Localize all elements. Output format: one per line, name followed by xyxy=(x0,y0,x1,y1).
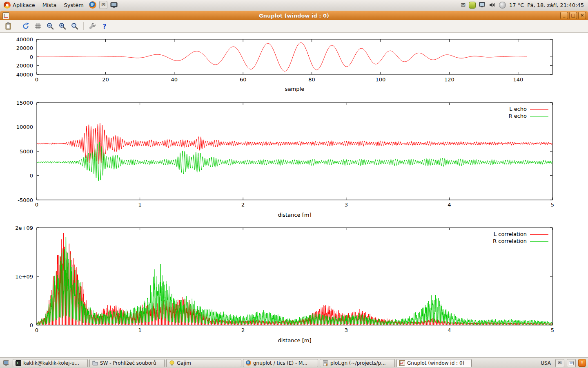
svg-text:10000: 10000 xyxy=(16,124,33,130)
taskbar-button-gnuplot[interactable]: Gnuplot (window id : 0) xyxy=(396,359,472,367)
firefox-launcher[interactable] xyxy=(87,0,98,10)
svg-text:2: 2 xyxy=(241,327,245,333)
maximize-button[interactable]: □ xyxy=(569,12,577,19)
show-desktop-button[interactable] xyxy=(2,359,11,367)
taskbar-button-file-manager[interactable]: SW - Prohlížeč souborů xyxy=(89,359,165,367)
volume-icon[interactable] xyxy=(489,2,496,8)
temperature-readout[interactable]: 17 °C xyxy=(509,2,524,8)
taskbar-button-gajim[interactable]: Gajim xyxy=(166,359,241,367)
svg-text:-40000: -40000 xyxy=(14,72,33,78)
grid-icon xyxy=(34,22,42,30)
taskbar-button-terminal[interactable]: kaklik@kaklik-kolej-u... xyxy=(13,359,88,367)
update-notifier-icon[interactable]: ! xyxy=(578,359,586,367)
svg-text:sample: sample xyxy=(285,86,304,92)
mail-compose-icon: ✉ xyxy=(99,1,107,9)
taskbar-button-label: Gnuplot (window id : 0) xyxy=(407,360,464,366)
svg-text:5000: 5000 xyxy=(20,148,33,155)
svg-text:15000: 15000 xyxy=(16,100,33,106)
taskbar-button-editor[interactable]: plot.gn (~/projects/p... xyxy=(320,359,395,367)
desktop: Aplikace Místa Systém ✉ ✉ xyxy=(0,0,588,368)
svg-text:1: 1 xyxy=(138,327,141,333)
svg-text:0: 0 xyxy=(30,322,33,328)
keyboard-layout-indicator[interactable]: USA xyxy=(539,360,553,366)
mail-launcher[interactable]: ✉ xyxy=(98,0,109,10)
taskbar-button-label: Gajim xyxy=(177,360,191,366)
svg-text:20: 20 xyxy=(102,76,109,83)
chart-correlation[interactable]: 01234501e+092e+09distance [m]L correlati… xyxy=(0,224,588,347)
replot-button[interactable] xyxy=(20,21,31,31)
gnuplot-window-titlebar[interactable]: Gnuplot (window id : 0) _ □ × xyxy=(0,11,588,20)
svg-text:2: 2 xyxy=(241,202,245,208)
screenshot-tool-icon xyxy=(110,2,118,8)
chart-echo[interactable]: 012345-5000050001000015000distance [m]L … xyxy=(0,99,588,222)
svg-text:40: 40 xyxy=(171,76,178,83)
svg-text:20000: 20000 xyxy=(16,45,33,51)
help-icon: ? xyxy=(102,22,106,30)
svg-text:100: 100 xyxy=(376,76,386,83)
copy-to-clipboard-button[interactable] xyxy=(2,21,14,31)
svg-text:L correlation: L correlation xyxy=(494,231,527,237)
help-button[interactable]: ? xyxy=(99,21,110,31)
svg-text:5: 5 xyxy=(551,202,554,208)
menu-applications-label: Aplikace xyxy=(13,2,35,8)
svg-text:60: 60 xyxy=(240,76,247,83)
svg-text:-5000: -5000 xyxy=(18,197,33,203)
gajim-icon xyxy=(169,360,175,366)
svg-text:1: 1 xyxy=(138,202,141,208)
toolbar-separator xyxy=(83,22,84,30)
close-button[interactable]: × xyxy=(578,12,586,19)
input-method-glyph xyxy=(569,361,574,365)
toggle-grid-button[interactable] xyxy=(32,21,44,31)
zoom-previous-icon xyxy=(46,22,54,30)
taskbar-button-label: plot.gn (~/projects/p... xyxy=(330,360,386,366)
menu-system[interactable]: Systém xyxy=(60,0,87,10)
clock[interactable]: Pá, 18. září, 21:40:45 xyxy=(527,2,584,8)
svg-text:4: 4 xyxy=(448,327,451,333)
svg-text:120: 120 xyxy=(444,76,454,83)
zoom-previous-button[interactable] xyxy=(45,21,56,31)
file-manager-icon xyxy=(92,360,98,366)
taskbar-button-firefox[interactable]: gnuplot / tics (E) - M... xyxy=(243,359,318,367)
svg-text:0: 0 xyxy=(30,173,33,179)
gnuplot-toolbar: ? xyxy=(0,20,588,33)
svg-text:5: 5 xyxy=(551,327,554,333)
svg-text:80: 80 xyxy=(308,76,315,83)
toolbar-separator xyxy=(17,22,17,30)
screenshot-launcher[interactable] xyxy=(109,0,119,10)
taskbar-button-label: SW - Prohlížeč souborů xyxy=(100,360,156,366)
taskbar-button-label: gnuplot / tics (E) - M... xyxy=(253,360,307,366)
menu-applications[interactable]: Aplikace xyxy=(0,0,39,10)
svg-text:distance [m]: distance [m] xyxy=(278,337,311,343)
svg-text:140: 140 xyxy=(513,76,523,83)
input-method-icon[interactable] xyxy=(567,359,576,367)
svg-text:0: 0 xyxy=(30,54,33,60)
text-editor-icon xyxy=(323,360,328,366)
mail-icon[interactable]: ✉ xyxy=(555,359,564,367)
minimize-button[interactable]: _ xyxy=(560,12,568,19)
svg-text:-20000: -20000 xyxy=(14,63,33,69)
menu-places[interactable]: Místa xyxy=(39,0,60,10)
bottom-taskbar: kaklik@kaklik-kolej-u... SW - Prohlížeč … xyxy=(0,357,588,368)
gnuplot-icon xyxy=(399,360,405,366)
mail-icon[interactable]: ✉ xyxy=(461,2,466,8)
svg-text:R echo: R echo xyxy=(508,113,527,119)
firefox-icon xyxy=(246,360,251,366)
replot-icon xyxy=(22,22,30,30)
svg-text:3: 3 xyxy=(345,202,348,208)
svg-text:4: 4 xyxy=(448,202,451,208)
wrench-icon xyxy=(88,22,96,30)
svg-text:40000: 40000 xyxy=(16,36,33,43)
chart-sample-waveform[interactable]: 020406080100120140-40000-200000200004000… xyxy=(0,36,588,97)
top-panel: Aplikace Místa Systém ✉ ✉ xyxy=(0,0,588,10)
taskbar-button-label: kaklik@kaklik-kolej-u... xyxy=(23,360,79,366)
update-icon[interactable] xyxy=(469,2,476,9)
autoscale-button[interactable] xyxy=(69,21,80,31)
menu-places-label: Místa xyxy=(42,2,57,8)
display-icon[interactable] xyxy=(479,2,486,8)
svg-text:L echo: L echo xyxy=(509,106,527,112)
weather-icon[interactable] xyxy=(499,2,506,9)
terminal-icon xyxy=(16,360,21,366)
configure-button[interactable] xyxy=(87,21,98,31)
show-desktop-icon xyxy=(3,360,10,366)
zoom-next-button[interactable] xyxy=(57,21,68,31)
